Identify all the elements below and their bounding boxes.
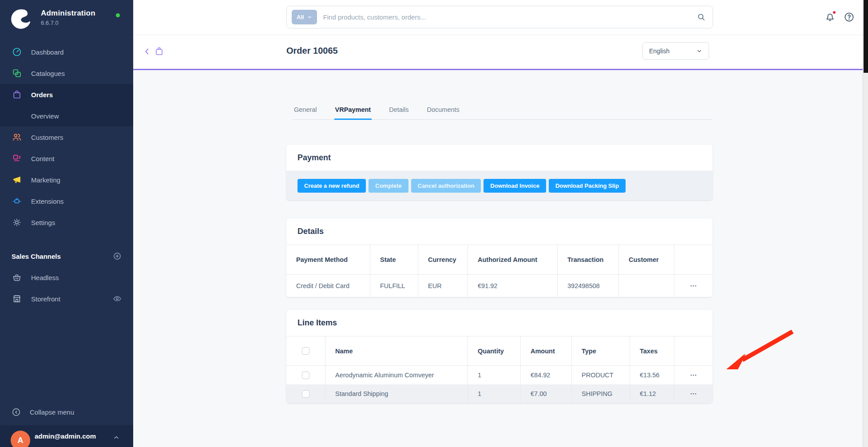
scrollbar-thumb[interactable] — [864, 0, 868, 73]
details-table-row: Credit / Debit Card FULFILL EUR €91.92 3… — [286, 275, 713, 297]
sidebar-item-label: Content — [31, 155, 55, 162]
sidebar-item-settings[interactable]: Settings — [0, 212, 133, 233]
tab-details[interactable]: Details — [388, 106, 409, 119]
eye-icon[interactable] — [113, 294, 122, 303]
context-menu-button[interactable]: ⋯ — [690, 282, 697, 290]
online-status-dot — [116, 13, 120, 17]
search-scope-label: All — [297, 14, 304, 20]
add-sales-channel-icon[interactable] — [113, 252, 122, 261]
dashboard-icon — [12, 47, 22, 57]
row-checkbox[interactable] — [302, 390, 309, 398]
sidebar-item-content[interactable]: Content — [0, 148, 133, 169]
chevron-down-icon — [696, 48, 702, 54]
cell-currency: EUR — [418, 275, 468, 297]
sidebar-item-catalogues[interactable]: Catalogues — [0, 63, 133, 84]
scrollbar[interactable] — [863, 0, 868, 447]
sidebar-item-label: Customers — [31, 134, 63, 141]
collapse-menu-label: Collapse menu — [30, 408, 74, 416]
sidebar-item-overview[interactable]: Overview — [0, 105, 133, 127]
cell-amount: €7.00 — [520, 384, 571, 403]
tab-documents[interactable]: Documents — [426, 106, 460, 119]
search-icon[interactable] — [697, 13, 705, 21]
sidebar-item-label: Marketing — [31, 176, 60, 184]
context-menu-button[interactable]: ⋯ — [690, 371, 697, 379]
language-value: English — [649, 47, 670, 55]
column-header-state: State — [370, 245, 418, 275]
sidebar-item-extensions[interactable]: Extensions — [0, 190, 133, 212]
line-items-card-title: Line Items — [286, 310, 713, 336]
context-menu-button[interactable]: ⋯ — [690, 390, 697, 398]
sidebar-item-storefront[interactable]: Storefront — [0, 288, 133, 309]
language-select[interactable]: English — [642, 42, 709, 60]
cancel-authorization-button[interactable]: Cancel authorization — [411, 179, 481, 193]
search-input[interactable] — [323, 13, 697, 21]
basket-icon — [12, 273, 22, 282]
content-icon — [12, 154, 22, 163]
cell-amount: €84.92 — [520, 366, 571, 384]
cell-quantity: 1 — [468, 384, 520, 403]
column-header-transaction: Transaction — [557, 245, 618, 275]
column-header-type: Type — [571, 336, 630, 366]
global-search[interactable]: All — [286, 6, 713, 28]
sidebar-item-headless[interactable]: Headless — [0, 267, 133, 288]
cell-name: Standard Shipping — [325, 384, 468, 403]
sidebar: Administration 6.6.7.0 Dashboard Catalog… — [0, 0, 133, 447]
sidebar-header: Administration 6.6.7.0 — [0, 0, 133, 29]
collapse-chevron-icon — [12, 407, 21, 417]
extensions-icon — [12, 196, 22, 206]
column-header-taxes: Taxes — [630, 336, 674, 366]
download-packing-slip-button[interactable]: Download Packing Slip — [549, 179, 626, 193]
sidebar-item-customers[interactable]: Customers — [0, 127, 133, 148]
chevron-down-icon — [307, 15, 312, 20]
sidebar-item-label: Settings — [31, 219, 55, 226]
download-invoice-button[interactable]: Download Invoice — [484, 179, 546, 193]
sidebar-item-label: Dashboard — [31, 48, 63, 56]
sidebar-item-marketing[interactable]: Marketing — [0, 169, 133, 190]
sidebar-item-label: Catalogues — [31, 70, 65, 77]
smart-bar: Order 10065 English — [133, 35, 863, 70]
cell-quantity: 1 — [468, 366, 520, 384]
app-version: 6.6.7.0 — [41, 20, 95, 26]
sidebar-item-dashboard[interactable]: Dashboard — [0, 41, 133, 63]
question-circle-icon — [844, 12, 855, 23]
marketing-icon — [12, 175, 22, 185]
cell-taxes: €1.12 — [630, 384, 674, 403]
column-header-actions — [674, 245, 713, 275]
create-refund-button[interactable]: Create a new refund — [297, 179, 366, 193]
gear-icon — [12, 218, 22, 227]
customers-icon — [12, 132, 22, 142]
sidebar-nav: Dashboard Catalogues Orders Overview Cu — [0, 41, 133, 233]
line-items-card: Line Items Name Quantity Amount Type Tax… — [286, 310, 713, 403]
chevron-left-icon — [142, 47, 152, 56]
complete-button[interactable]: Complete — [369, 179, 408, 193]
search-scope-dropdown[interactable]: All — [292, 10, 317, 24]
collapse-menu-button[interactable]: Collapse menu — [0, 401, 133, 423]
tab-vrpayment[interactable]: VRPayment — [334, 106, 372, 120]
back-button[interactable] — [142, 47, 152, 56]
payment-card: Payment Create a new refund Complete Can… — [286, 145, 713, 200]
column-header-quantity: Quantity — [468, 336, 520, 366]
sidebar-item-label: Overview — [31, 112, 59, 120]
orders-icon — [12, 90, 22, 99]
topbar-icons — [824, 12, 855, 23]
avatar: A — [11, 431, 30, 447]
sidebar-item-orders[interactable]: Orders — [0, 84, 133, 105]
details-table-header: Payment Method State Currency Authorized… — [286, 245, 713, 275]
tab-general[interactable]: General — [293, 106, 318, 119]
cell-state: FULFILL — [370, 275, 418, 297]
help-button[interactable] — [844, 12, 855, 23]
notifications-button[interactable] — [824, 12, 836, 23]
order-module-icon — [155, 47, 164, 56]
row-checkbox[interactable] — [302, 372, 309, 379]
cell-type: PRODUCT — [571, 366, 630, 384]
storefront-icon — [12, 294, 22, 304]
top-bar: All — [133, 0, 863, 35]
user-menu[interactable]: A admin@admin.com — [0, 425, 133, 447]
column-header-amount: Amount — [520, 336, 571, 366]
catalogues-icon — [12, 68, 22, 78]
payment-card-title: Payment — [286, 145, 713, 171]
sidebar-item-label: Orders — [31, 91, 53, 99]
select-all-checkbox[interactable] — [302, 347, 309, 355]
sidebar-item-label: Extensions — [31, 198, 63, 205]
page-title: Order 10065 — [286, 46, 338, 56]
